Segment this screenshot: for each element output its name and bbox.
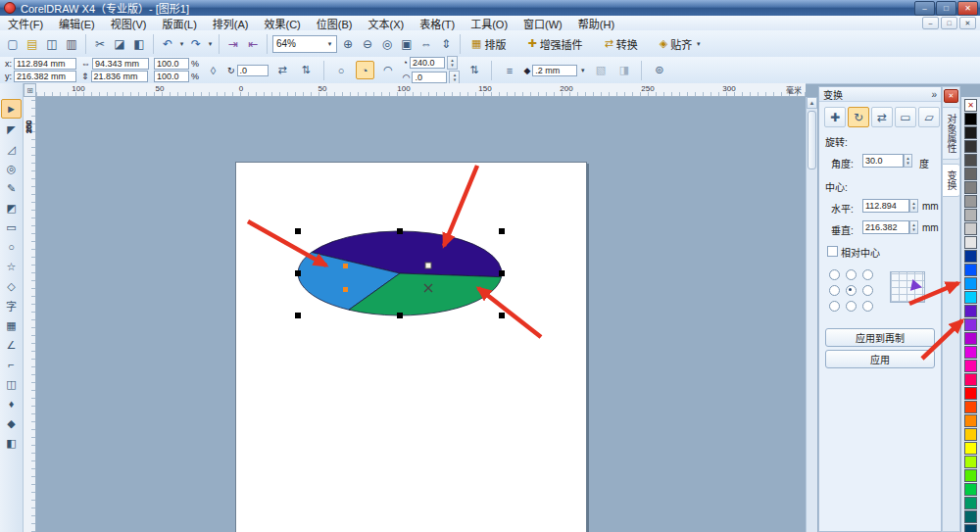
fill-tool[interactable]: ◧ [2,434,21,452]
freehand-tool[interactable]: ✎ [2,179,21,197]
docker-close-button[interactable]: ✕ [944,89,958,103]
connector-tool[interactable]: ⌐ [2,356,21,373]
new-document-button[interactable]: ▢ [4,35,22,53]
redo-dropdown[interactable]: ▾ [207,40,214,48]
tab-object-properties[interactable]: 对象属性 [942,107,960,160]
pie-mode-button[interactable]: ◔ [356,61,374,79]
palette-swatch[interactable] [964,318,977,331]
doc-minimize-button[interactable]: – [922,17,939,29]
rectangle-tool[interactable]: ▭ [2,218,21,236]
palette-swatch[interactable] [964,387,977,400]
start-angle-field[interactable]: 240.0 [410,57,445,69]
apply-to-duplicate-button[interactable]: 应用到再制 [825,328,935,347]
ellipse-tool[interactable]: ○ [2,238,21,256]
palette-swatch[interactable] [964,524,977,532]
paste-button[interactable]: ◧ [130,35,148,53]
pick-tool[interactable]: ► [1,99,22,119]
change-direction-button[interactable]: ⇅ [465,61,483,79]
selection-handle[interactable] [499,270,505,276]
snap-button[interactable]: ◈ 贴齐 ▾ [654,34,708,54]
menu-item[interactable]: 版面(L) [154,16,204,30]
selection-handle[interactable] [295,228,301,234]
outline-width-combo[interactable]: ◆ .2 mm ▾ [523,65,586,76]
text-tool[interactable]: 字 [2,297,21,314]
transform-scale-button[interactable]: ⇄ [871,107,893,127]
menu-item[interactable]: 文本(X) [360,16,412,30]
anchor-radio-bottom[interactable] [846,301,857,312]
palette-swatch[interactable] [964,305,977,317]
vertical-spinner[interactable]: ▴▾ [909,220,918,234]
end-angle-field[interactable]: .0 [412,72,447,83]
anchor-radio-top-right[interactable] [862,269,873,280]
start-angle-spinner[interactable]: ▴▾ [447,56,458,70]
zoom-to-width-button[interactable]: ⇔ [417,35,435,53]
anchor-radio-bottom-right[interactable] [862,301,873,312]
transform-position-button[interactable]: ✚ [824,107,846,127]
zoom-in-button[interactable]: ⊕ [339,35,357,53]
anchor-radio-right[interactable] [862,285,873,296]
pie-angle-node[interactable] [425,263,431,268]
zoom-tool[interactable]: ◎ [2,160,21,177]
palette-swatch[interactable] [964,264,977,276]
palette-swatch[interactable] [964,483,977,496]
angle-field[interactable]: 30.0 [862,154,904,168]
smart-fill-tool[interactable]: ◩ [2,199,21,217]
print-button[interactable]: ▥ [63,35,80,53]
convert-button[interactable]: ⇄ 转换 [599,34,654,54]
menu-item[interactable]: 效果(C) [257,16,309,30]
ellipse-mode-button[interactable]: ○ [332,61,351,79]
layout-button[interactable]: ▦ 排版 [466,34,521,54]
palette-swatch[interactable] [964,113,977,125]
to-front-button[interactable]: ▧ [591,61,610,79]
copy-button[interactable]: ◪ [111,35,128,53]
polygon-tool[interactable]: ☆ [2,258,21,275]
palette-swatch[interactable] [964,414,977,427]
end-angle-spinner[interactable]: ▴▾ [449,71,460,84]
rotation-angle-field[interactable]: .0 [237,65,269,76]
canvas-area[interactable] [36,97,806,532]
crop-tool[interactable]: ◿ [2,140,21,158]
pie-node-marker[interactable] [343,264,348,268]
palette-swatch[interactable] [964,154,977,167]
palette-swatch[interactable] [964,346,977,359]
palette-swatch[interactable] [964,209,977,221]
palette-swatch[interactable] [964,332,977,345]
palette-swatch[interactable] [964,277,977,290]
zoom-to-height-button[interactable]: ⇕ [437,35,455,53]
palette-swatch[interactable] [964,360,977,372]
vertical-ruler[interactable]: 30025020015010050 [24,97,36,532]
eyedropper-tool[interactable]: ♦ [2,395,21,412]
doc-close-button[interactable]: ✕ [959,17,976,29]
vertical-center-field[interactable]: 216.382 [862,220,909,234]
arc-mode-button[interactable]: ◠ [379,61,398,79]
selection-handle[interactable] [295,270,301,276]
palette-swatch[interactable] [964,168,977,180]
table-tool[interactable]: ▦ [2,316,21,334]
quick-customize-button[interactable]: ⊚ [650,61,668,79]
outline-pen-tool[interactable]: ◆ [2,414,21,432]
import-button[interactable]: ⇥ [224,35,242,53]
undo-button[interactable]: ↶ [159,35,176,53]
zoom-level-combo[interactable]: 64% ▾ [272,35,337,53]
menu-item[interactable]: 工具(O) [463,16,515,30]
palette-swatch[interactable] [964,222,977,235]
palette-swatch[interactable] [964,195,977,208]
anchor-radio-left[interactable] [829,285,840,296]
selection-handle[interactable] [295,313,301,318]
no-fill-swatch[interactable]: ✕ [964,99,977,112]
relative-center-checkbox[interactable] [827,246,838,257]
menu-item[interactable]: 编辑(E) [51,16,103,30]
minimize-button[interactable]: – [914,1,935,16]
selection-handle[interactable] [397,313,403,318]
menu-item[interactable]: 帮助(H) [570,16,622,30]
plugins-button[interactable]: ✚ 增强插件 [521,34,598,54]
palette-swatch[interactable] [964,510,977,523]
object-height-field[interactable]: 21.836 mm [91,71,148,82]
tab-transform[interactable]: 变换 [942,164,960,197]
transform-rotate-button[interactable]: ↻ [848,107,869,127]
docker-expand-button[interactable]: » [931,89,937,100]
palette-swatch[interactable] [964,181,977,194]
vertical-scrollbar[interactable]: ▲ [806,97,817,532]
shape-tool[interactable]: ◤ [2,121,21,138]
palette-swatch[interactable] [964,373,977,386]
